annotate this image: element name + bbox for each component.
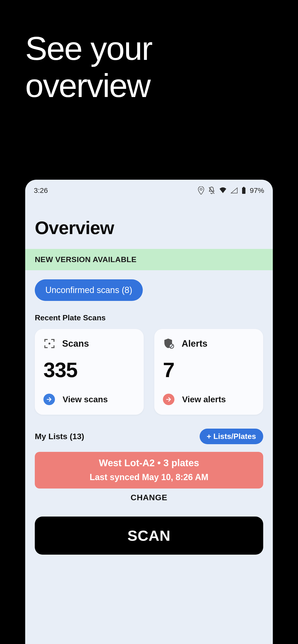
- svg-point-3: [49, 342, 50, 344]
- scans-count: 335: [43, 358, 135, 382]
- new-version-banner[interactable]: NEW VERSION AVAILABLE: [25, 249, 273, 270]
- page-title: Overview: [25, 197, 273, 249]
- status-time: 3:26: [34, 186, 48, 194]
- status-bar: 3:26 97%: [25, 180, 273, 197]
- recent-scans-label: Recent Plate Scans: [35, 314, 263, 322]
- promo-line-2: overview: [25, 67, 152, 104]
- promo-line-1: See your: [25, 30, 152, 67]
- alerts-card-title: Alerts: [182, 338, 208, 349]
- add-lists-plates-button[interactable]: + Lists/Plates: [200, 428, 263, 444]
- view-alerts-label: View alerts: [182, 394, 226, 404]
- scans-card[interactable]: Scans 335 View scans: [35, 329, 144, 415]
- view-scans-link[interactable]: View scans: [43, 394, 135, 405]
- active-list-title: West Lot-A2 • 3 plates: [42, 458, 256, 468]
- wifi-icon: [219, 187, 227, 194]
- active-list-sync: Last synced May 10, 8:26 AM: [42, 472, 256, 482]
- location-icon: [198, 186, 204, 194]
- alerts-count: 7: [163, 358, 255, 382]
- battery-percentage: 97%: [250, 186, 264, 194]
- svg-rect-1: [243, 187, 244, 188]
- my-lists-label: My Lists (13): [35, 432, 84, 441]
- active-list-card[interactable]: West Lot-A2 • 3 plates Last synced May 1…: [35, 452, 263, 488]
- arrow-right-icon: [163, 394, 175, 405]
- notifications-off-icon: [208, 186, 215, 194]
- view-alerts-link[interactable]: View alerts: [163, 394, 255, 405]
- promo-headline: See your overview: [25, 30, 152, 104]
- scans-card-title: Scans: [62, 338, 89, 349]
- change-list-button[interactable]: CHANGE: [35, 493, 263, 502]
- status-icons: 97%: [198, 186, 264, 194]
- unconfirmed-scans-button[interactable]: Unconfirmed scans (8): [35, 279, 143, 301]
- svg-rect-2: [242, 188, 245, 194]
- scan-target-icon: [43, 338, 55, 350]
- arrow-right-icon: [43, 394, 55, 405]
- signal-icon: [231, 187, 238, 194]
- alerts-card[interactable]: Alerts 7 View alerts: [154, 329, 263, 415]
- phone-frame: 3:26 97% Overview NEW VERSION AVAILABLE: [25, 180, 273, 644]
- battery-icon: [242, 187, 246, 194]
- scan-button[interactable]: SCAN: [35, 516, 263, 555]
- view-scans-label: View scans: [63, 394, 108, 404]
- shield-block-icon: [163, 338, 175, 350]
